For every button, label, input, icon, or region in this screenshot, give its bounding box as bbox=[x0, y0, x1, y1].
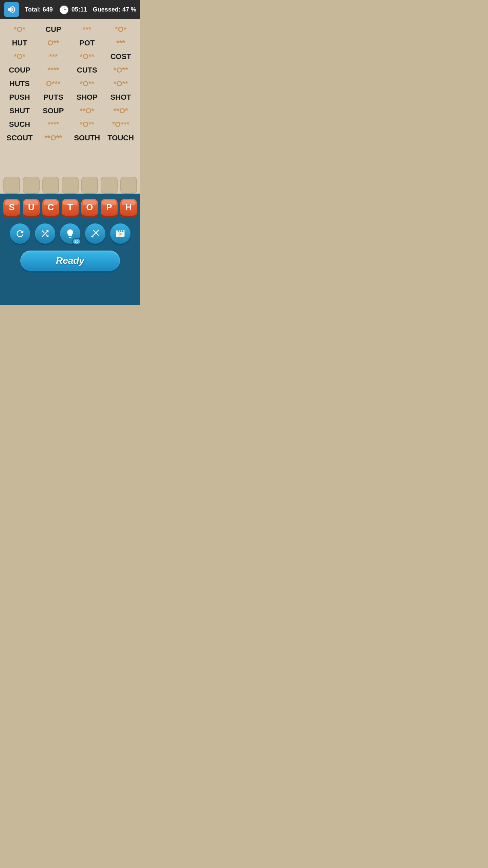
hint-badge: 20 bbox=[72, 238, 81, 244]
clear-button[interactable] bbox=[85, 223, 105, 244]
input-area bbox=[0, 173, 140, 194]
letter-tile-u[interactable]: U bbox=[23, 199, 39, 217]
video-button[interactable] bbox=[110, 223, 130, 244]
word-cell-3[interactable]: *O* bbox=[105, 26, 137, 33]
word-cell-22[interactable]: SHOP bbox=[71, 94, 103, 101]
word-cell-24[interactable]: SHUT bbox=[3, 107, 36, 115]
word-cell-14[interactable]: CUTS bbox=[71, 66, 103, 74]
input-slot-6[interactable] bbox=[120, 177, 137, 194]
refresh-button[interactable] bbox=[10, 223, 30, 244]
word-cell-34[interactable]: SOUTH bbox=[71, 134, 103, 142]
word-cell-28[interactable]: SUCH bbox=[3, 121, 36, 128]
shuffle-button[interactable] bbox=[35, 223, 55, 244]
word-cell-8[interactable]: *O* bbox=[3, 53, 36, 60]
word-cell-19[interactable]: *O** bbox=[105, 80, 137, 87]
letter-tile-p[interactable]: P bbox=[101, 199, 117, 217]
letter-tile-o[interactable]: O bbox=[81, 199, 98, 217]
timer-container: 05:11 bbox=[59, 4, 87, 15]
letter-tile-c[interactable]: C bbox=[42, 199, 59, 217]
input-slot-2[interactable] bbox=[42, 177, 59, 194]
controls-area: 20 bbox=[0, 219, 140, 248]
input-slot-4[interactable] bbox=[81, 177, 98, 194]
word-cell-6[interactable]: POT bbox=[71, 39, 103, 47]
hint-button[interactable]: 20 bbox=[60, 223, 80, 244]
word-cell-9[interactable]: *** bbox=[37, 53, 70, 60]
word-cell-21[interactable]: PUTS bbox=[37, 94, 70, 101]
word-cell-25[interactable]: SOUP bbox=[37, 107, 70, 115]
word-cell-18[interactable]: *O** bbox=[71, 80, 103, 87]
input-slot-5[interactable] bbox=[101, 177, 117, 194]
word-cell-13[interactable]: **** bbox=[37, 66, 70, 74]
letter-tile-t[interactable]: T bbox=[62, 199, 78, 217]
letter-tile-s[interactable]: S bbox=[3, 199, 20, 217]
word-cell-10[interactable]: *O** bbox=[71, 53, 103, 60]
word-cell-1[interactable]: CUP bbox=[37, 26, 70, 33]
word-cell-0[interactable]: *O* bbox=[3, 26, 36, 33]
word-cell-33[interactable]: **O** bbox=[37, 134, 70, 142]
word-cell-35[interactable]: TOUCH bbox=[105, 134, 137, 142]
word-cell-15[interactable]: *O** bbox=[105, 66, 137, 74]
input-slot-1[interactable] bbox=[23, 177, 39, 194]
ready-label: Ready bbox=[56, 255, 84, 266]
word-grid: *O*CUP****O*HUTO**POT****O*****O**COSTCO… bbox=[0, 19, 140, 173]
word-cell-16[interactable]: HUTS bbox=[3, 80, 36, 87]
input-slot-0[interactable] bbox=[3, 177, 20, 194]
word-cell-30[interactable]: *O** bbox=[71, 121, 103, 128]
word-cell-23[interactable]: SHOT bbox=[105, 94, 137, 101]
tiles-area: SUCTOPH bbox=[0, 194, 140, 219]
header-total: Total: 649 bbox=[25, 6, 53, 13]
sound-button[interactable] bbox=[4, 2, 19, 17]
bottom-area bbox=[0, 278, 140, 305]
word-cell-12[interactable]: COUP bbox=[3, 66, 36, 74]
word-cell-2[interactable]: *** bbox=[71, 26, 103, 33]
word-cell-29[interactable]: **** bbox=[37, 121, 70, 128]
word-cell-27[interactable]: **O* bbox=[105, 107, 137, 115]
ready-button[interactable]: Ready bbox=[20, 251, 120, 271]
input-slot-3[interactable] bbox=[62, 177, 78, 194]
header: Total: 649 05:11 Guessed: 47 % bbox=[0, 0, 140, 19]
word-cell-32[interactable]: SCOUT bbox=[3, 134, 36, 142]
header-guessed: Guessed: 47 % bbox=[93, 6, 136, 13]
timer-icon bbox=[59, 4, 69, 15]
timer-value: 05:11 bbox=[72, 6, 87, 13]
word-cell-20[interactable]: PUSH bbox=[3, 94, 36, 101]
word-cell-11[interactable]: COST bbox=[105, 53, 137, 60]
word-cell-5[interactable]: O** bbox=[37, 39, 70, 47]
letter-tile-h[interactable]: H bbox=[120, 199, 137, 217]
word-cell-26[interactable]: **O* bbox=[71, 107, 103, 115]
word-cell-4[interactable]: HUT bbox=[3, 39, 36, 47]
svg-rect-4 bbox=[63, 5, 65, 6]
ready-area: Ready bbox=[0, 248, 140, 278]
word-cell-7[interactable]: *** bbox=[105, 39, 137, 47]
word-cell-31[interactable]: *O*** bbox=[105, 121, 137, 128]
word-cell-17[interactable]: O*** bbox=[37, 80, 70, 87]
